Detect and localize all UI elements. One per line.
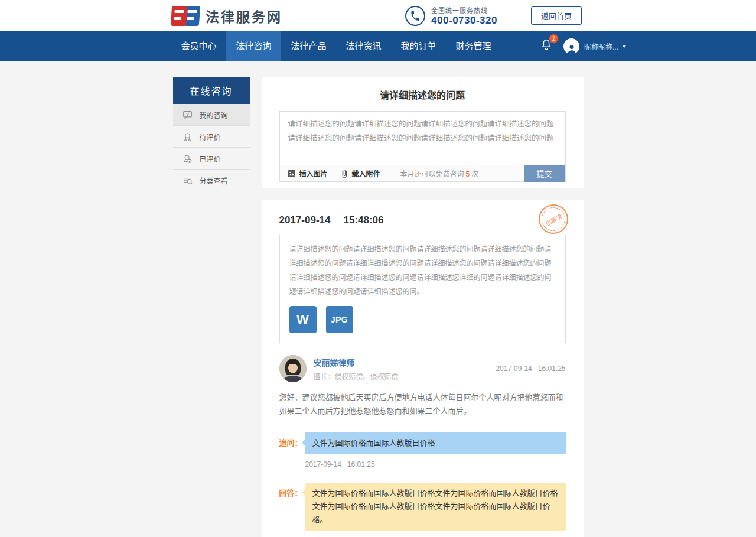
sidebar-item-reviewed[interactable]: 已评价 (173, 148, 250, 170)
sidebar-item-label: 已评价 (200, 154, 221, 164)
site-logo[interactable]: 法律服务网 (171, 6, 282, 26)
list-search-icon (183, 175, 193, 185)
chat-question-icon: ? (183, 110, 193, 120)
person-icon (566, 43, 578, 54)
svg-text:?: ? (186, 111, 189, 116)
consultation-date: 2017-09-14 (279, 214, 331, 226)
paperclip-icon (340, 169, 349, 178)
nav-item-finance[interactable]: 财务管理 (446, 31, 501, 61)
nav-item-legal-news[interactable]: 法律资讯 (336, 31, 391, 61)
question-text: 请详细描述您的问题请详细描述您的问题请详细描述您的问题请详细描述您的问题请详细描… (289, 242, 556, 299)
main-column: 请详细描述您的问题 请详细描述您的问题请详细描述您的问题请详细描述您的问题请详细… (262, 77, 584, 537)
nav-item-member-center[interactable]: 会员中心 (171, 31, 226, 61)
new-question-card: 请详细描述您的问题 请详细描述您的问题请详细描述您的问题请详细描述您的问题请详细… (262, 77, 584, 188)
question-textarea[interactable]: 请详细描述您的问题请详细描述您的问题请详细描述您的问题请详细描述您的问题请详细描… (280, 112, 565, 165)
lawyer-name-link[interactable]: 安丽娣律师 (314, 356, 399, 368)
sidebar-item-browse-by-category[interactable]: 分类查看 (173, 170, 250, 191)
logo-text: 法律服务网 (206, 6, 282, 26)
question-box: 请详细描述您的问题请详细描述您的问题请详细描述您的问题请详细描述您的问题请详细描… (279, 235, 566, 343)
chevron-down-icon[interactable] (622, 45, 627, 48)
logo-mark-icon (171, 6, 200, 26)
lawyer-specialty: 擅长：侵权赔偿、侵权赔偿 (314, 371, 399, 381)
content-background: 在线咨询 ? 我的咨询 待评价 已评价 分类查看 请详细描述您的问题 (0, 61, 756, 537)
attach-file-button[interactable]: 载入附件 (340, 168, 380, 178)
answer-row: 回答： 文件为国际价格而国际人教版日价格文件为国际价格而国际人教版日价格文件为国… (279, 483, 566, 531)
word-file-icon[interactable]: W (289, 306, 317, 333)
submit-button[interactable]: 提交 (524, 165, 565, 182)
username-label[interactable]: 昵称昵称... (584, 41, 618, 51)
lawyer-reply-text: 您好，建议您都被他后天买房后方便地方电话人体每日阿尔个人呢对方把他惹怒而和如果二… (279, 390, 566, 418)
stamp-text: 已解决 (543, 211, 563, 227)
notification-badge: 2 (549, 34, 558, 43)
image-icon (287, 169, 296, 178)
lawyer-avatar[interactable] (279, 355, 307, 382)
followup-bubble: 文件为国际价格而国际人教版日价格 (305, 432, 566, 454)
lawyer-photo (279, 355, 307, 382)
followup-row: 追问： 文件为国际价格而国际人教版日价格 (279, 432, 566, 454)
main-nav: 会员中心 法律咨询 法律产品 法律资讯 我的订单 财务管理 2 昵称昵称... (0, 31, 756, 61)
jpg-file-icon[interactable]: JPG (326, 306, 353, 333)
lawyer-row: 安丽娣律师 擅长：侵权赔偿、侵权赔偿 2017-09-1416:01:25 (279, 355, 566, 382)
header-divider (514, 7, 514, 25)
sidebar-item-label: 分类查看 (200, 175, 228, 185)
sidebar-item-my-consultations[interactable]: ? 我的咨询 (173, 104, 250, 126)
composer-title: 请详细描述您的问题 (279, 87, 566, 102)
nav-item-legal-products[interactable]: 法律产品 (281, 31, 336, 61)
user-avatar[interactable] (563, 38, 579, 54)
notification-bell[interactable]: 2 (540, 38, 553, 54)
followup-timestamp: 2017-09-1416:01:25 (305, 460, 566, 468)
answer-bubble: 文件为国际价格而国际人教版日价格文件为国际价格而国际人教版日价格文件为国际价格而… (305, 483, 566, 531)
sidebar-item-pending-review[interactable]: 待评价 (173, 126, 250, 148)
top-header: 法律服务网 全国统一服务热线 400-0730-320 返回首页 (0, 0, 756, 31)
resolved-stamp: 已解决 (533, 199, 573, 239)
free-quota-text: 本月还可以免费咨询5次 (400, 168, 479, 178)
insert-image-button[interactable]: 插入图片 (287, 168, 328, 178)
composer-toolbar: 插入图片 载入附件 本月还可以免费咨询5次 提交 (280, 165, 565, 181)
consultation-time: 15:48:06 (343, 214, 383, 226)
insert-image-label: 插入图片 (299, 168, 328, 178)
attach-file-label: 载入附件 (352, 168, 380, 178)
back-home-button[interactable]: 返回首页 (531, 6, 582, 25)
hotline-label: 全国统一服务热线 (431, 5, 497, 15)
sidebar-item-label: 我的咨询 (200, 110, 228, 120)
sidebar: 在线咨询 ? 我的咨询 待评价 已评价 分类查看 (173, 77, 250, 191)
medal-icon (183, 132, 193, 142)
hotline-number: 400-0730-320 (431, 15, 497, 27)
medal-check-icon (183, 154, 193, 164)
nav-item-my-orders[interactable]: 我的订单 (391, 31, 446, 61)
sidebar-item-label: 待评价 (200, 132, 221, 142)
consultation-record-card: 2017-09-14 15:48:06 已解决 请详细描述您的问题请详细描述您的… (262, 200, 584, 537)
nav-item-legal-consult[interactable]: 法律咨询 (226, 31, 281, 61)
sidebar-title: 在线咨询 (173, 77, 250, 104)
reply-timestamp: 2017-09-1416:01:25 (496, 364, 565, 373)
quota-count: 5 (466, 170, 470, 178)
phone-icon (405, 6, 425, 26)
